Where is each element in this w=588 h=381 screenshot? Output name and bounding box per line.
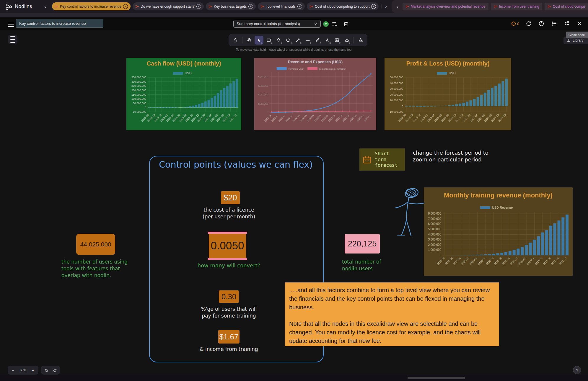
app-logo[interactable]: Nodlins: [5, 3, 32, 10]
arrow-tool[interactable]: 5: [294, 36, 302, 45]
stick-figure-drawing[interactable]: [393, 185, 424, 239]
explanation-note[interactable]: .....and all this factors combine to for…: [285, 282, 499, 346]
diamond-tool[interactable]: 3: [274, 36, 283, 45]
selection-handle-bottom[interactable]: [208, 258, 247, 260]
training-income-caption[interactable]: & income from training: [193, 346, 264, 353]
zoom-in-button[interactable]: +: [29, 368, 37, 373]
forecast-hint-text[interactable]: change the forcast period to zoom on par…: [413, 149, 488, 163]
svg-text:Revenue USD: Revenue USD: [289, 68, 304, 70]
nodlin-users-value[interactable]: 220,125: [345, 234, 380, 254]
pinned-tab-cost-of-cloud-compu[interactable]: Cost of cloud compu: [545, 3, 588, 10]
tab-bar: Nodlins ‹ Key control factors to increas…: [0, 0, 588, 13]
svg-text:-50,000,000: -50,000,000: [132, 110, 146, 113]
bottom-strip: [0, 375, 588, 381]
pinned-back-chevron[interactable]: ‹: [395, 3, 400, 11]
tab-label: Cost of cloud computing to support: [315, 4, 369, 9]
conversion-rate-caption[interactable]: how many will convert?: [193, 262, 264, 269]
library-label: Library: [573, 38, 584, 42]
refresh-icon[interactable]: [525, 20, 532, 27]
shapes-tool[interactable]: [356, 36, 365, 45]
tab-cost-of-cloud-computing-to-support[interactable]: Cost of cloud computing to support✕: [307, 2, 379, 10]
help-button[interactable]: ?: [573, 366, 581, 374]
hand-tool[interactable]: [245, 36, 254, 45]
tab-close-icon[interactable]: ✕: [248, 4, 253, 9]
tab-label: Do we have enough support staff?: [141, 4, 195, 9]
training-percentage-value[interactable]: 0.30: [219, 290, 239, 303]
list-view-icon[interactable]: [551, 20, 557, 27]
svg-text:2,000,000: 2,000,000: [428, 243, 442, 246]
svg-text:2027-08: 2027-08: [349, 114, 357, 122]
chart-profit-loss[interactable]: Profit & Loss (USD) (monthly)USD50,000,0…: [385, 58, 511, 130]
drawing-toolbar: 1234567890: [229, 34, 367, 46]
chart-revenue-expenses[interactable]: Revenue and Expenses (USD)Revenue USDExp…: [254, 58, 376, 130]
svg-text:10,000,000: 10,000,000: [258, 103, 268, 105]
svg-text:350,000,000: 350,000,000: [131, 76, 146, 79]
zoom-level[interactable]: 68%: [20, 368, 26, 372]
overlap-users-caption[interactable]: the number of users using tools with fea…: [61, 259, 135, 279]
eraser-tool[interactable]: 0: [342, 36, 351, 45]
close-icon[interactable]: [576, 20, 583, 27]
undo-button[interactable]: [43, 367, 49, 373]
svg-text:0: 0: [439, 254, 441, 257]
training-income-value[interactable]: $1.67: [218, 330, 240, 344]
nodes-icon: [209, 5, 212, 8]
svg-text:2025-10: 2025-10: [271, 114, 279, 122]
app-window: Nodlins ‹ Key control factors to increas…: [0, 0, 588, 381]
selection-tool[interactable]: 1: [255, 36, 263, 45]
tab-key-control-factors-to-increase-revenue[interactable]: Key control factors to increase revenue✕: [52, 2, 131, 10]
canvas-menu-button[interactable]: [8, 35, 17, 44]
short-term-forecast-label: Short term forecast: [375, 151, 398, 168]
collaborators-indicator[interactable]: 0: [511, 21, 519, 26]
tab-label: Income from user training: [499, 4, 539, 9]
chart-cash-flow[interactable]: Cash flow (USD) (monthly)USD350,000,0003…: [126, 58, 241, 130]
tab-label: Cost of cloud compu: [553, 4, 585, 9]
text-tool[interactable]: 8: [323, 36, 332, 45]
tab-mar[interactable]: Mar✕: [381, 2, 382, 10]
delete-trash-icon[interactable]: [343, 21, 349, 27]
nodlin-users-caption[interactable]: total number of nodlin users: [342, 259, 389, 272]
add-to-list-icon[interactable]: [331, 21, 338, 27]
sync-history-icon[interactable]: [538, 20, 545, 27]
chart-training-revenue[interactable]: Monthly training revenue (monthly)USD Re…: [424, 187, 573, 276]
pinned-tab-income-from-user-training[interactable]: Income from user training: [491, 3, 542, 10]
licence-cost-caption[interactable]: the cost of a licence (per user per mont…: [193, 207, 264, 220]
svg-text:Cash flow (USD) (monthly): Cash flow (USD) (monthly): [146, 60, 221, 67]
view-selector-value: Summary control points (for analysis): [237, 22, 300, 26]
draw-tool[interactable]: 7: [313, 36, 322, 45]
tab-do-we-have-enough-support-staff[interactable]: Do we have enough support staff?✕: [133, 2, 204, 10]
image-tool[interactable]: 9: [333, 36, 341, 45]
svg-text:USD Revenue: USD Revenue: [492, 206, 513, 209]
view-count-badge[interactable]: 2: [323, 21, 329, 27]
menu-hamburger-icon[interactable]: [8, 22, 14, 26]
chart-canvas: Cash flow (USD) (monthly)USD350,000,0003…: [126, 58, 241, 130]
pinned-tab-market-analysis-overview-and-potential-r[interactable]: Market analysis overview and potential r…: [403, 3, 488, 10]
horizontal-scroll-thumb[interactable]: [408, 377, 465, 379]
ellipse-tool[interactable]: 4: [284, 36, 293, 45]
tab-close-icon[interactable]: ✕: [123, 4, 128, 9]
board-title-input[interactable]: [16, 19, 103, 28]
tab-close-icon[interactable]: ✕: [297, 4, 302, 9]
selection-handle-top[interactable]: [208, 232, 247, 234]
tab-close-icon[interactable]: ✕: [371, 4, 376, 9]
tabs-back-chevron[interactable]: ‹: [42, 2, 48, 10]
note-paragraph-1: .....and all this factors combine to for…: [289, 286, 495, 311]
tab-top-level-financials[interactable]: Top level financials✕: [258, 2, 305, 10]
rectangle-tool[interactable]: 2: [264, 36, 273, 45]
training-percentage-caption[interactable]: %'ge of users that will pay for some tra…: [193, 306, 264, 319]
control-points-title[interactable]: Control points (values we can flex): [149, 159, 322, 170]
zoom-out-button[interactable]: −: [9, 368, 17, 373]
licence-cost-value[interactable]: $20: [221, 191, 240, 204]
overlap-users-value[interactable]: 44,025,000: [76, 234, 115, 255]
line-tool[interactable]: 6: [303, 36, 312, 45]
tab-key-business-targets[interactable]: Key business targets✕: [206, 2, 256, 10]
conversion-rate-value[interactable]: 0.0050: [209, 234, 246, 258]
tree-view-icon[interactable]: [563, 20, 570, 27]
view-selector-dropdown[interactable]: Summary control points (for analysis): [233, 20, 321, 28]
tool-shortcut: 7: [320, 42, 321, 44]
tab-close-icon[interactable]: ✕: [196, 4, 201, 9]
redo-button[interactable]: [53, 367, 58, 373]
svg-text:Monthly training revenue (mont: Monthly training revenue (monthly): [444, 192, 553, 199]
tabs-forward-chevron[interactable]: ›: [383, 2, 389, 10]
short-term-forecast-node[interactable]: Short term forecast: [359, 148, 405, 171]
lock-tool[interactable]: [231, 36, 240, 45]
